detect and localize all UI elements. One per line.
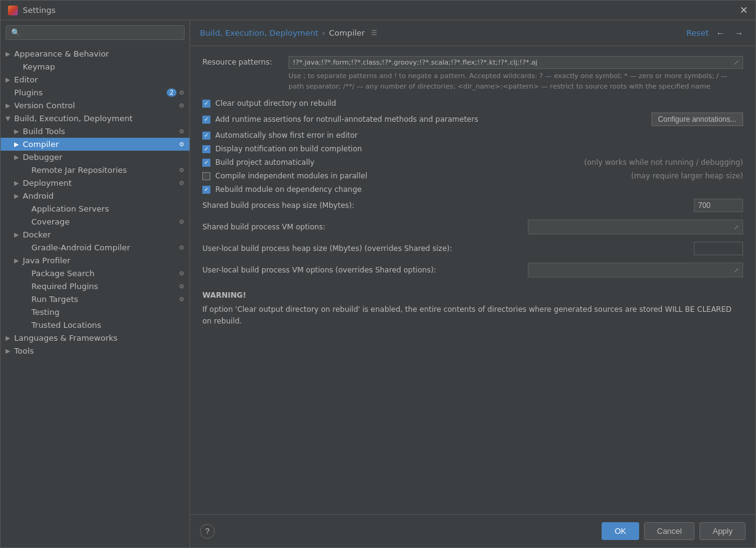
sidebar-item-build-execution[interactable]: ▼ Build, Execution, Deployment <box>1 112 189 125</box>
sidebar-item-label: Run Targets <box>31 295 179 304</box>
build-auto-note: (only works while not running / debuggin… <box>584 158 743 167</box>
sidebar-item-label: Package Search <box>31 269 179 278</box>
compile-parallel-checkbox[interactable] <box>202 172 210 180</box>
sidebar-item-label: Debugger <box>23 153 185 162</box>
settings-icon: ⚙ <box>179 218 185 225</box>
sidebar: ▶ Appearance & Behavior Keymap ▶ Editor … <box>1 20 190 547</box>
sidebar-item-debugger[interactable]: ▶ Debugger <box>1 151 189 164</box>
build-auto-checkbox[interactable] <box>202 159 210 167</box>
expand-arrow: ▶ <box>14 154 23 161</box>
content-area: Resource patterns: !?*.java;!?*.form;!?*… <box>190 46 755 514</box>
sidebar-item-appearance[interactable]: ▶ Appearance & Behavior <box>1 47 189 60</box>
sidebar-item-gradle-android[interactable]: Gradle-Android Compiler ⚙ <box>1 241 189 254</box>
settings-icon: ⚙ <box>179 128 185 135</box>
expand-arrow: ▶ <box>6 50 14 57</box>
expand-icon[interactable]: ⤢ <box>734 59 739 66</box>
window-title: Settings <box>23 6 55 15</box>
forward-button[interactable]: → <box>732 27 746 39</box>
settings-icon: ⚙ <box>179 102 185 109</box>
sidebar-item-build-tools[interactable]: ▶ Build Tools ⚙ <box>1 125 189 138</box>
sidebar-item-docker[interactable]: ▶ Docker <box>1 228 189 241</box>
settings-icon: ⚙ <box>179 141 185 148</box>
sidebar-item-label: Tools <box>14 346 185 355</box>
settings-icon: ⚙ <box>179 167 185 173</box>
checkbox-compile-parallel: Compile independent modules in parallel … <box>202 172 743 180</box>
user-vm-row: User-local build process VM options (ove… <box>202 263 743 277</box>
configure-annotations-button[interactable]: Configure annotations... <box>651 113 743 126</box>
sidebar-item-application-servers[interactable]: Application Servers <box>1 202 189 215</box>
sidebar-item-label: Java Profiler <box>23 256 185 265</box>
sidebar-item-label: Compiler <box>23 140 179 149</box>
main-content: ▶ Appearance & Behavior Keymap ▶ Editor … <box>1 20 755 547</box>
expand-icon[interactable]: ⤢ <box>734 224 739 231</box>
search-input[interactable] <box>6 25 185 40</box>
user-heap-input[interactable] <box>694 242 743 255</box>
clear-output-checkbox[interactable] <box>202 100 210 108</box>
sidebar-item-label: Languages & Frameworks <box>14 333 185 343</box>
panel-header: Build, Execution, Deployment › Compiler … <box>190 20 755 46</box>
sidebar-item-deployment[interactable]: ▶ Deployment ⚙ <box>1 177 189 189</box>
user-vm-label: User-local build process VM options (ove… <box>202 266 528 274</box>
sidebar-item-required-plugins[interactable]: Required Plugins ⚙ <box>1 280 189 293</box>
sidebar-item-label: Version Control <box>14 101 179 110</box>
app-icon <box>8 6 18 15</box>
right-panel: Build, Execution, Deployment › Compiler … <box>190 20 755 547</box>
sidebar-item-version-control[interactable]: ▶ Version Control ⚙ <box>1 99 189 112</box>
add-runtime-checkbox[interactable] <box>202 116 210 124</box>
checkbox-build-auto: Build project automatically (only works … <box>202 158 743 167</box>
sidebar-item-keymap[interactable]: Keymap <box>1 60 189 73</box>
sidebar-tree: ▶ Appearance & Behavior Keymap ▶ Editor … <box>1 45 189 547</box>
back-button[interactable]: ← <box>714 27 727 39</box>
breadcrumb-parent[interactable]: Build, Execution, Deployment <box>200 28 318 38</box>
sidebar-item-languages[interactable]: ▶ Languages & Frameworks <box>1 332 189 344</box>
sidebar-item-label: Testing <box>31 308 185 317</box>
reset-button[interactable]: Reset <box>686 28 709 38</box>
settings-icon: ⚙ <box>179 244 185 251</box>
sidebar-item-remote-jar[interactable]: Remote Jar Repositories ⚙ <box>1 164 189 177</box>
resource-patterns-input[interactable]: !?*.java;!?*.form;!?*.class;!?*.groovy;!… <box>288 56 743 69</box>
resource-patterns-label: Resource patterns: <box>202 56 288 66</box>
expand-arrow: ▶ <box>6 76 14 83</box>
sidebar-item-label: Appearance & Behavior <box>14 49 185 58</box>
cancel-button[interactable]: Cancel <box>644 522 694 540</box>
expand-icon[interactable]: ⤢ <box>734 267 739 274</box>
sidebar-item-label: Trusted Locations <box>31 320 185 330</box>
vm-options-label: Shared build process VM options: <box>202 223 528 231</box>
close-button[interactable]: ✕ <box>740 6 748 15</box>
auto-show-error-checkbox[interactable] <box>202 132 210 140</box>
sidebar-item-trusted-locations[interactable]: Trusted Locations <box>1 319 189 332</box>
apply-button[interactable]: Apply <box>699 522 746 540</box>
checkbox-clear-output: Clear output directory on rebuild <box>202 99 743 108</box>
breadcrumb-sep: › <box>322 28 325 38</box>
clear-output-label: Clear output directory on rebuild <box>215 99 743 108</box>
rebuild-dependency-checkbox[interactable] <box>202 186 210 194</box>
sidebar-item-label: Coverage <box>31 217 179 226</box>
compile-parallel-label: Compile independent modules in parallel <box>215 172 621 180</box>
expand-arrow: ▶ <box>14 180 23 186</box>
sidebar-item-compiler[interactable]: ▶ Compiler ⚙ <box>1 138 189 151</box>
sidebar-item-label: Application Servers <box>31 204 185 213</box>
sidebar-item-run-targets[interactable]: Run Targets ⚙ <box>1 293 189 306</box>
sidebar-item-java-profiler[interactable]: ▶ Java Profiler <box>1 254 189 267</box>
help-button[interactable]: ? <box>200 524 215 539</box>
sidebar-item-package-search[interactable]: Package Search ⚙ <box>1 267 189 280</box>
sidebar-item-editor[interactable]: ▶ Editor <box>1 73 189 86</box>
settings-menu-icon[interactable]: ☰ <box>371 29 377 37</box>
sidebar-item-plugins[interactable]: Plugins 2 ⚙ <box>1 86 189 99</box>
warning-body: If option 'Clear output directory on reb… <box>202 304 743 327</box>
checkbox-rebuild-dependency: Rebuild module on dependency change <box>202 185 743 194</box>
expand-arrow: ▶ <box>6 347 14 354</box>
sidebar-item-coverage[interactable]: Coverage ⚙ <box>1 215 189 228</box>
sidebar-item-testing[interactable]: Testing <box>1 306 189 319</box>
expand-arrow: ▶ <box>14 193 23 199</box>
sidebar-item-label: Plugins <box>14 88 167 97</box>
heap-size-input[interactable] <box>694 199 743 212</box>
display-notification-checkbox[interactable] <box>202 145 210 153</box>
settings-icon: ⚙ <box>179 270 185 277</box>
user-vm-options-input[interactable]: ⤢ <box>528 263 743 277</box>
sidebar-item-label: Gradle-Android Compiler <box>31 243 179 252</box>
ok-button[interactable]: OK <box>602 522 639 540</box>
sidebar-item-android[interactable]: ▶ Android <box>1 189 189 202</box>
sidebar-item-tools[interactable]: ▶ Tools <box>1 344 189 357</box>
vm-options-input[interactable]: ⤢ <box>528 220 743 234</box>
